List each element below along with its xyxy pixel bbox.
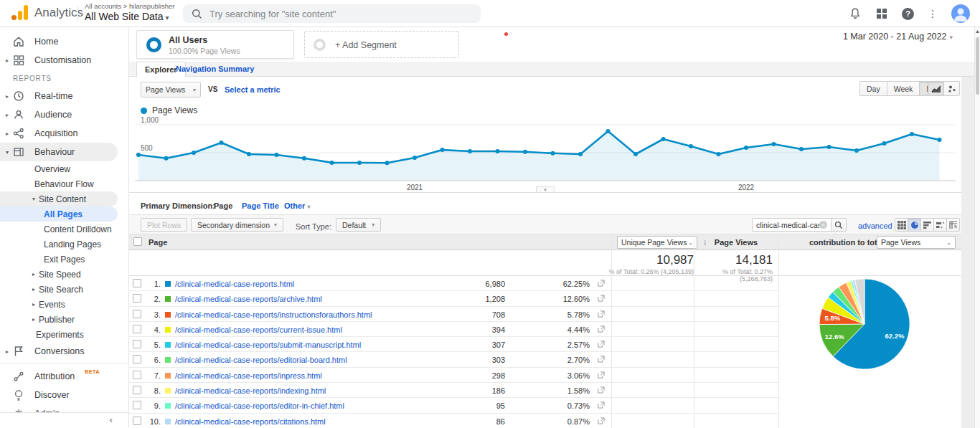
bell-icon[interactable] (849, 7, 862, 20)
search-bar[interactable] (183, 4, 481, 23)
open-in-new-icon[interactable] (598, 295, 605, 302)
row-checkbox[interactable] (133, 371, 141, 379)
advanced-link[interactable]: advanced (858, 222, 892, 230)
expander-icon[interactable]: ▸ (4, 112, 11, 118)
sidebar-item-acquisition[interactable]: ▸Acquisition (0, 124, 128, 143)
help-icon[interactable]: ? (902, 8, 914, 20)
page-link[interactable]: /clinical-medical-case-reports/instructi… (175, 310, 372, 319)
primary-dimension-page[interactable]: Page (214, 201, 232, 210)
open-in-new-icon[interactable] (598, 417, 605, 424)
row-checkbox[interactable] (133, 310, 141, 318)
row-checkbox[interactable] (133, 340, 141, 348)
open-in-new-icon[interactable] (598, 356, 605, 363)
comparison-view-icon[interactable] (933, 218, 947, 232)
collapse-chart-button[interactable]: ▾ (536, 186, 555, 192)
more-vertical-icon[interactable]: ⋮ (928, 7, 938, 20)
scrollbar-thumb[interactable] (976, 37, 979, 95)
open-in-new-icon[interactable] (598, 325, 605, 333)
metric-selector[interactable]: Page Views▾ (141, 82, 201, 98)
analytics-logo[interactable]: Analytics (10, 4, 83, 22)
sort-type-select[interactable]: Default▾ (336, 218, 381, 232)
sidebar-item-home[interactable]: Home (0, 32, 128, 51)
page-link[interactable]: /clinical-medical-case-reports/citations… (175, 417, 326, 426)
plot-rows-button[interactable]: Plot Rows (141, 218, 187, 232)
table-search-input[interactable] (756, 221, 819, 229)
sidebar-item-events[interactable]: ▸Events (0, 297, 128, 312)
sidebar-item-all-pages[interactable]: All Pages (0, 206, 118, 222)
sidebar-item-publisher[interactable]: ▸Publisher (0, 312, 128, 327)
page-link[interactable]: /clinical-medical-case-reports/archive.h… (175, 295, 322, 303)
account-switcher[interactable]: All accounts > hilarispublisher All Web … (85, 2, 174, 22)
expander-icon[interactable]: ▸ (4, 93, 11, 100)
tab-navigation-summary[interactable]: Navigation Summary (176, 62, 254, 77)
pageviews-line-chart[interactable]: 1,00050020212022 (129, 115, 961, 197)
sidebar-item-behaviour-flow[interactable]: Behaviour Flow (0, 176, 128, 191)
table-search-box[interactable]: × (752, 218, 832, 232)
table-view-icon[interactable] (895, 218, 908, 232)
sidebar-item-attribution[interactable]: AttributionBETA (0, 367, 128, 386)
secondary-dimension-button[interactable]: Secondary dimension▾ (191, 218, 283, 232)
page-link[interactable]: /clinical-medical-case-reports/editorial… (175, 356, 347, 364)
sidebar-item-customisation[interactable]: ▸Customisation (0, 51, 128, 70)
row-checkbox[interactable] (133, 417, 141, 425)
row-checkbox[interactable] (133, 279, 141, 287)
primary-dimension-page-title[interactable]: Page Title (242, 201, 279, 210)
vertical-scrollbar[interactable]: ▲ (974, 27, 980, 428)
contribution-pie-chart[interactable]: 62.2%12.6%5.8% (811, 272, 918, 379)
sidebar-item-discover[interactable]: Discover (0, 386, 128, 404)
sidebar-item-site-content[interactable]: ▾Site Content (0, 191, 118, 206)
scroll-up-arrow[interactable]: ▲ (975, 29, 980, 34)
table-search-button[interactable] (831, 218, 847, 232)
apps-grid-icon[interactable] (875, 7, 888, 20)
granularity-week-button[interactable]: Week (887, 81, 920, 96)
open-in-new-icon[interactable] (598, 371, 605, 379)
expander-icon[interactable]: ▸ (30, 286, 37, 293)
pivot-view-icon[interactable] (946, 218, 960, 232)
sidebar-item-conversions[interactable]: ▸Conversions (0, 342, 128, 361)
sidebar-item-real-time[interactable]: ▸Real-time (0, 87, 128, 105)
unique-page-views-select[interactable]: Unique Page Views⌄ (617, 236, 697, 249)
sidebar-item-behaviour[interactable]: ▾Behaviour (0, 143, 118, 161)
open-in-new-icon[interactable] (598, 401, 605, 409)
sidebar-item-exit-pages[interactable]: Exit Pages (0, 252, 128, 267)
expander-icon[interactable]: ▸ (4, 130, 11, 137)
page-link[interactable]: /clinical-medical-case-reports/submit-ma… (175, 341, 361, 349)
expander-icon[interactable]: ▸ (4, 348, 11, 355)
clear-search-icon[interactable]: × (819, 221, 827, 229)
page-link[interactable]: /clinical-medical-case-reports/editor-in… (175, 401, 344, 410)
date-range-picker[interactable]: 1 Mar 2020 - 21 Aug 2022▾ (843, 32, 953, 42)
sidebar-item-landing-pages[interactable]: Landing Pages (0, 237, 128, 252)
expander-icon[interactable]: ▾ (4, 149, 11, 156)
row-checkbox[interactable] (133, 401, 141, 409)
sidebar-item-audience[interactable]: ▸Audience (0, 105, 128, 124)
expander-icon[interactable]: ▸ (4, 57, 11, 64)
page-link[interactable]: /clinical-medical-case-reports/indexing.… (175, 386, 326, 395)
row-checkbox[interactable] (133, 355, 141, 363)
add-segment-button[interactable]: + Add Segment (304, 31, 459, 58)
performance-view-icon[interactable] (920, 218, 934, 232)
expander-icon[interactable]: ▸ (30, 271, 37, 277)
open-in-new-icon[interactable] (598, 386, 605, 394)
line-chart-toggle[interactable] (928, 81, 944, 96)
search-input[interactable] (209, 9, 453, 19)
sidebar-item-content-drilldown[interactable]: Content Drilldown (0, 222, 128, 237)
percentage-view-icon[interactable] (908, 218, 921, 232)
sidebar-item-site-speed[interactable]: ▸Site Speed (0, 267, 128, 282)
open-in-new-icon[interactable] (598, 280, 605, 287)
open-in-new-icon[interactable] (598, 310, 605, 318)
row-checkbox[interactable] (133, 386, 141, 394)
segment-all-users[interactable]: All Users 100.00% Page Views (136, 30, 294, 59)
page-link[interactable]: /clinical-medical-case-reports/inpress.h… (175, 371, 322, 380)
granularity-day-button[interactable]: Day (859, 81, 887, 96)
select-all-checkbox[interactable] (133, 237, 142, 246)
select-a-metric-link[interactable]: Select a metric (225, 85, 281, 94)
contribution-select[interactable]: Page Views⌄ (877, 236, 956, 249)
sidebar-item-overview[interactable]: Overview (0, 161, 128, 176)
page-link[interactable]: /clinical-medical-case-reports/current-i… (175, 325, 342, 334)
avatar[interactable] (951, 4, 970, 23)
primary-dimension-other[interactable]: Other ▾ (284, 201, 310, 210)
sidebar-item-experiments[interactable]: Experiments (0, 327, 128, 342)
row-checkbox[interactable] (133, 325, 141, 333)
expander-icon[interactable]: ▾ (30, 196, 37, 202)
expander-icon[interactable]: ▸ (30, 316, 37, 323)
